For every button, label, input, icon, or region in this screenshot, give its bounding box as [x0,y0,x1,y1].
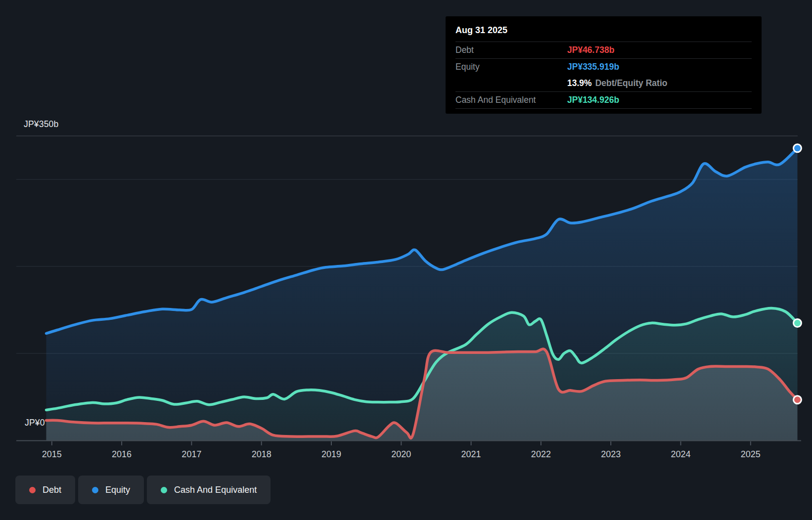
legend-item-equity[interactable]: Equity [78,476,144,504]
cash-and-equivalent-end-marker[interactable] [793,319,801,327]
chart-tooltip: Aug 31 2025 Debt JP¥46.738b Equity JP¥33… [446,16,762,114]
equity-end-marker[interactable] [793,144,801,152]
x-axis-label-2021: 2021 [461,449,481,460]
tooltip-date: Aug 31 2025 [455,22,752,42]
legend-equity-label: Equity [105,485,130,495]
tooltip-ratio-label: Debt/Equity Ratio [595,78,668,88]
tooltip-row-debt: Debt JP¥46.738b [455,42,752,58]
tooltip-row-ratio: 13.9% Debt/Equity Ratio [455,75,752,91]
tooltip-cash-label: Cash And Equivalent [455,95,567,105]
x-axis-label-2022: 2022 [531,449,551,460]
tooltip-equity-label: Equity [455,62,567,72]
tooltip-row-equity: Equity JP¥335.919b [455,58,752,75]
x-axis-label-2015: 2015 [42,449,62,460]
equity-dot-icon [92,487,98,493]
cash-dot-icon [161,487,167,493]
x-axis-label-2016: 2016 [112,449,132,460]
x-axis-label-2024: 2024 [671,449,690,460]
x-axis-label-2023: 2023 [601,449,621,460]
tooltip-cash-value: JP¥134.926b [567,95,619,105]
tooltip-equity-value: JP¥335.919b [567,62,619,72]
debt-equity-history-chart: JP¥350b JP¥0 201520162017201820192020202… [0,0,812,520]
x-axis-label-2018: 2018 [252,449,271,460]
legend-item-cash[interactable]: Cash And Equivalent [147,476,271,504]
x-axis-label-2020: 2020 [391,449,411,460]
debt-dot-icon [29,487,36,493]
tooltip-ratio-value: 13.9% [567,78,592,88]
legend-cash-label: Cash And Equivalent [174,485,257,495]
x-axis-label-2025: 2025 [741,449,761,460]
legend-item-debt[interactable]: Debt [15,476,75,504]
debt-end-marker[interactable] [793,396,801,404]
tooltip-debt-label: Debt [455,45,567,55]
x-axis-label-2019: 2019 [321,449,341,460]
x-axis-label-2017: 2017 [181,449,201,460]
legend-debt-label: Debt [43,485,61,495]
y-axis-max-label: JP¥350b [24,119,59,130]
tooltip-row-cash: Cash And Equivalent JP¥134.926b [455,91,752,109]
y-axis-zero-label: JP¥0 [25,418,45,428]
legend: Debt Equity Cash And Equivalent [15,476,271,504]
tooltip-debt-value: JP¥46.738b [567,45,614,55]
